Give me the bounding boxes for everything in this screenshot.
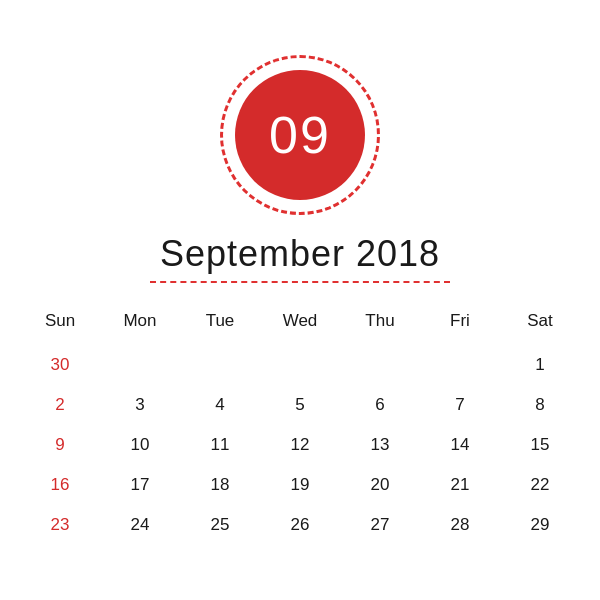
days-header-row: Sun Mon Tue Wed Thu Fri Sat xyxy=(20,305,580,345)
calendar-day[interactable]: 28 xyxy=(420,505,500,545)
calendar-day[interactable]: 11 xyxy=(180,425,260,465)
calendar-day[interactable]: 14 xyxy=(420,425,500,465)
calendar-day[interactable]: 3 xyxy=(100,385,180,425)
month-circle-wrapper: 09 xyxy=(220,55,380,215)
calendar-day[interactable]: 25 xyxy=(180,505,260,545)
calendar-day[interactable] xyxy=(420,345,500,385)
calendar-day[interactable]: 22 xyxy=(500,465,580,505)
calendar-day[interactable]: 8 xyxy=(500,385,580,425)
calendar-day[interactable] xyxy=(100,345,180,385)
calendar-day[interactable] xyxy=(340,345,420,385)
calendar-day[interactable]: 20 xyxy=(340,465,420,505)
calendar-week-row: 9101112131415 xyxy=(20,425,580,465)
calendar-day[interactable]: 27 xyxy=(340,505,420,545)
calendar-week-row: 2345678 xyxy=(20,385,580,425)
calendar-day[interactable]: 12 xyxy=(260,425,340,465)
calendar-day[interactable]: 5 xyxy=(260,385,340,425)
header-sun: Sun xyxy=(20,305,100,345)
calendar-day[interactable]: 4 xyxy=(180,385,260,425)
calendar-day[interactable]: 6 xyxy=(340,385,420,425)
header-mon: Mon xyxy=(100,305,180,345)
calendar-day[interactable]: 9 xyxy=(20,425,100,465)
calendar-week-row: 16171819202122 xyxy=(20,465,580,505)
calendar-grid: Sun Mon Tue Wed Thu Fri Sat 301234567891… xyxy=(20,305,580,545)
header-thu: Thu xyxy=(340,305,420,345)
calendar-day[interactable]: 7 xyxy=(420,385,500,425)
calendar-day[interactable]: 30 xyxy=(20,345,100,385)
calendar-day[interactable]: 13 xyxy=(340,425,420,465)
month-number: 09 xyxy=(235,70,365,200)
calendar-day[interactable]: 24 xyxy=(100,505,180,545)
calendar-week-row: 301 xyxy=(20,345,580,385)
calendar-day[interactable]: 15 xyxy=(500,425,580,465)
header-fri: Fri xyxy=(420,305,500,345)
header-tue: Tue xyxy=(180,305,260,345)
calendar-day[interactable]: 21 xyxy=(420,465,500,505)
calendar-day[interactable]: 2 xyxy=(20,385,100,425)
month-year-label: September 2018 xyxy=(160,233,440,275)
header-sat: Sat xyxy=(500,305,580,345)
calendar-day[interactable]: 16 xyxy=(20,465,100,505)
calendar-day[interactable] xyxy=(260,345,340,385)
calendar-day[interactable]: 10 xyxy=(100,425,180,465)
calendar-week-row: 23242526272829 xyxy=(20,505,580,545)
calendar: 09 September 2018 Sun Mon Tue Wed Thu Fr… xyxy=(20,55,580,545)
calendar-day[interactable]: 29 xyxy=(500,505,580,545)
calendar-day[interactable]: 18 xyxy=(180,465,260,505)
calendar-day[interactable]: 1 xyxy=(500,345,580,385)
calendar-day[interactable]: 26 xyxy=(260,505,340,545)
calendar-day[interactable]: 17 xyxy=(100,465,180,505)
month-divider xyxy=(150,281,450,283)
header-wed: Wed xyxy=(260,305,340,345)
calendar-day[interactable] xyxy=(180,345,260,385)
calendar-day[interactable]: 19 xyxy=(260,465,340,505)
calendar-day[interactable]: 23 xyxy=(20,505,100,545)
